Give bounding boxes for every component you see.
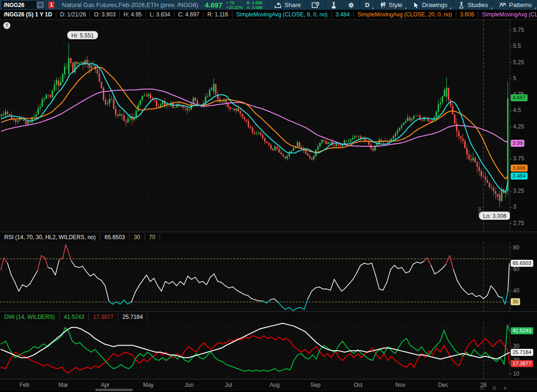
- month-label: Apr: [101, 382, 110, 388]
- axis-tick: [510, 30, 512, 30]
- time-axis[interactable]: ⊖ ⊕ ▸ FebMarAprMayJunJulAugSepOctNovDec2…: [0, 379, 537, 391]
- dropdown-corner-icon: [450, 7, 452, 9]
- change-percent: +20.22%: [226, 5, 243, 10]
- study-legend-label[interactable]: SimpleMovingAvg (CLOSE, 50, 0, no): [478, 11, 537, 18]
- study-legend-value: 3.484: [332, 11, 354, 18]
- dmi-axis[interactable]: 4030201041.524325.718417.3877: [510, 322, 537, 379]
- price-axis[interactable]: 5.755.55.2554.754.54.2543.753.53.2532.75…: [510, 20, 537, 232]
- candlestick-icon: [380, 2, 386, 8]
- news-icon: [312, 2, 320, 8]
- axis-tick-label: 3: [513, 204, 516, 210]
- study-legend-label[interactable]: SimpleMovingAvg (CLOSE, 20, 0, no): [354, 11, 456, 18]
- axis-tick: [510, 62, 512, 63]
- axis-price-badge: 41.5243: [511, 327, 533, 334]
- axis-price-badge: 65.6503: [511, 260, 533, 267]
- axis-price-badge: 17.3877: [511, 360, 533, 367]
- dmi-di-minus-value: 17.3877: [89, 313, 118, 321]
- analyze-button[interactable]: [325, 0, 342, 10]
- symbol-input[interactable]: /NGG26: [1, 1, 45, 9]
- month-label: May: [143, 382, 154, 388]
- drawings-button[interactable]: Drawings: [407, 0, 453, 10]
- axis-tick: [510, 46, 512, 47]
- cursor-icon: [413, 2, 419, 8]
- share-icon: [274, 2, 282, 8]
- patterns-icon: [499, 2, 506, 8]
- main-chart-pane: year ! Hi: 5.551 Lo: 3.006 5.755.55.2554…: [0, 20, 537, 232]
- style-label: Style: [389, 1, 402, 8]
- gear-icon: [348, 2, 354, 8]
- chevron-down-icon: [38, 4, 42, 6]
- axis-price-badge: 4.697: [511, 94, 528, 101]
- axis-tick: [510, 248, 512, 248]
- axis-tick-label: 5.25: [513, 59, 524, 66]
- axis-tick: [510, 191, 512, 191]
- symbol-input-value[interactable]: /NGG26: [2, 1, 37, 8]
- axis-tick-label: 80: [513, 244, 519, 251]
- low-marker-bubble: Lo: 3.006: [479, 211, 511, 220]
- rsi-plot[interactable]: [0, 242, 510, 311]
- month-label: Mar: [59, 382, 69, 388]
- axis-tick: [510, 78, 512, 79]
- axis-tick: [510, 291, 512, 291]
- ohlc-stat: D: 1/21/26: [56, 11, 90, 18]
- axis-tick-label: 2.75: [513, 220, 524, 226]
- axis-tick: [510, 347, 512, 347]
- share-label: Share: [284, 1, 301, 8]
- axis-tick-label: 40: [513, 287, 519, 294]
- month-label: Dec: [438, 382, 448, 388]
- ohlc-stats: D: 1/21/26O: 3.903H: 4.95L: 3.834C: 4.69…: [56, 11, 232, 18]
- symbol-dropdown-button[interactable]: [37, 1, 44, 8]
- dmi-study-label[interactable]: DMI (14, WILDERS): [0, 313, 60, 321]
- studies-legend: SimpleMovingAvg (CLOSE, 9, 0, no)3.484Si…: [232, 11, 537, 18]
- month-label: Oct: [354, 382, 363, 388]
- dmi-header: DMI (14, WILDERS) 41.5243 17.3877 25.718…: [0, 311, 537, 322]
- axis-price-badge: 3.99: [511, 140, 524, 147]
- timeframe-button[interactable]: D: [360, 0, 375, 10]
- news-button[interactable]: [306, 0, 325, 10]
- axis-tick: [510, 111, 512, 111]
- rsi-header: RSI (14, 70, 30, HL2, WILDERS, no) 65.65…: [0, 232, 537, 242]
- axis-price-badge: 25.7184: [511, 349, 533, 356]
- month-label: Nov: [395, 382, 405, 388]
- rsi-study-label[interactable]: RSI (14, 70, 30, HL2, WILDERS, no): [0, 234, 100, 241]
- zoom-in-icon[interactable]: ⊕: [492, 384, 497, 391]
- timeframe-label: D: [365, 1, 369, 8]
- time-scrollbar-thumb[interactable]: [95, 389, 133, 391]
- axis-tick: [510, 223, 512, 224]
- settings-button[interactable]: [342, 0, 360, 10]
- axis-price-badge: 30: [511, 298, 520, 305]
- dmi-di-plus-value: 41.5243: [60, 313, 89, 321]
- study-legend-label[interactable]: SimpleMovingAvg (CLOSE, 9, 0, no): [232, 11, 332, 18]
- axis-tick-label: 5: [513, 75, 516, 82]
- info-icon[interactable]: !: [3, 22, 10, 29]
- axis-price-badge: 3.484: [511, 173, 528, 180]
- axis-tick: [510, 269, 512, 270]
- share-button[interactable]: Share: [268, 0, 306, 10]
- pan-right-icon[interactable]: ▸: [504, 384, 507, 391]
- bid-ask: B: 4.696 A: 4.698: [247, 0, 263, 10]
- axis-tick: [510, 374, 512, 374]
- chart-symbol-series: /NGG26 (S) 1 Y 1D: [0, 11, 56, 18]
- alert-count-badge[interactable]: 1: [48, 1, 54, 8]
- axis-tick-label: 4.5: [513, 107, 521, 113]
- rsi-pane: 80604065.650330: [0, 242, 537, 311]
- dmi-plot[interactable]: [0, 322, 510, 379]
- instrument-description: Natural Gas Futures,Feb-2026,ETH (prev. …: [62, 1, 198, 8]
- main-chart-plot[interactable]: year ! Hi: 5.551 Lo: 3.006: [0, 20, 510, 232]
- studies-button[interactable]: Studies: [453, 0, 493, 10]
- month-label: Jun: [184, 382, 193, 388]
- patterns-label: Patterns: [509, 1, 532, 8]
- axis-tick: [510, 207, 512, 208]
- rsi-overbought-level: 70: [145, 234, 160, 241]
- dropdown-corner-icon: [491, 7, 492, 9]
- axis-tick-label: 3.75: [513, 155, 524, 162]
- ask-value: A: 4.698: [247, 5, 263, 10]
- rsi-axis[interactable]: 80604065.650330: [510, 242, 537, 311]
- drawings-label: Drawings: [422, 1, 447, 8]
- toolbar-right-group: Share D Style: [268, 0, 537, 10]
- axis-price-badge: 3.606: [511, 165, 528, 172]
- axis-tick-label: 60: [513, 266, 519, 272]
- style-button[interactable]: Style: [375, 0, 407, 10]
- patterns-button[interactable]: Patterns: [493, 0, 537, 10]
- dmi-pane: 4030201041.524325.718417.3877: [0, 322, 537, 379]
